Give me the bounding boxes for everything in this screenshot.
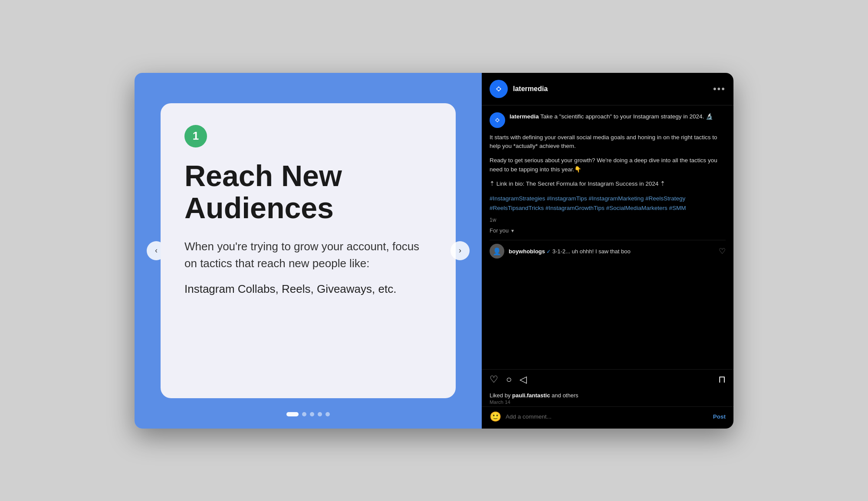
carousel-next-button[interactable]: ›: [450, 241, 470, 260]
header-avatar: [490, 80, 508, 98]
share-button[interactable]: ◁: [519, 374, 527, 385]
timestamp: 1w: [490, 217, 726, 223]
commenter-avatar: 👤: [490, 244, 504, 259]
like-button[interactable]: ♡: [490, 374, 498, 385]
comment-input-row: 🙂 Post: [482, 406, 733, 429]
emoji-picker-icon[interactable]: 🙂: [490, 411, 501, 422]
liked-username[interactable]: pauli.fantastic: [512, 392, 550, 399]
carousel-title: Reach New Audiences: [184, 160, 432, 225]
for-you-chevron-icon: ▾: [511, 228, 514, 234]
carousel-body: When you're trying to grow your account,…: [184, 238, 432, 272]
dot-3[interactable]: [310, 412, 314, 416]
for-you-label: For you: [490, 227, 509, 234]
chevron-left-icon: ‹: [155, 246, 158, 255]
comment-text: boywhoblogs ✓ 3-1-2... uh ohhh! I saw th…: [509, 248, 719, 255]
liked-suffix: and others: [550, 392, 578, 399]
caption-text: latermedia Take a "scientific approach" …: [510, 112, 713, 121]
liked-section: Liked by pauli.fantastic and others Marc…: [482, 390, 733, 406]
more-options-icon[interactable]: •••: [713, 83, 726, 95]
liked-prefix: Liked by: [490, 392, 512, 399]
app-container: ‹ 1 Reach New Audiences When you're tryi…: [135, 73, 733, 429]
comment-preview: 👤 boywhoblogs ✓ 3-1-2... uh ohhh! I saw …: [490, 240, 726, 262]
comment-input[interactable]: [506, 413, 713, 420]
later-logo-icon: [493, 83, 505, 95]
comment-body: 3-1-2... uh ohhh! I saw that boo: [552, 248, 631, 255]
caption-section: latermedia Take a "scientific approach" …: [482, 105, 733, 369]
dot-5[interactable]: [326, 412, 330, 416]
caption-username: latermedia: [510, 113, 539, 120]
dot-2[interactable]: [302, 412, 306, 416]
post-actions: ♡ ○ ◁: [490, 374, 718, 385]
svg-point-3: [496, 119, 499, 121]
header-username: latermedia: [513, 85, 713, 93]
carousel-panel: ‹ 1 Reach New Audiences When you're tryi…: [135, 73, 482, 429]
caption-paragraph-2: Ready to get serious about your growth? …: [490, 156, 726, 174]
verified-badge-icon: ✓: [546, 249, 552, 255]
carousel-dots: [286, 412, 330, 416]
comment-button[interactable]: ○: [506, 374, 512, 385]
post-panel: latermedia ••• latermedia Take a "scient…: [482, 73, 733, 429]
step-badge: 1: [184, 125, 207, 147]
commenter-username: boywhoblogs: [509, 248, 545, 255]
liked-date: March 14: [490, 399, 726, 405]
caption-header: latermedia Take a "scientific approach" …: [490, 112, 726, 128]
later-small-logo-icon: [492, 115, 503, 125]
carousel-highlight: Instagram Collabs, Reels, Giveaways, etc…: [184, 281, 432, 298]
liked-text: Liked by pauli.fantastic and others: [490, 392, 726, 399]
caption-paragraph-3: ⇡ Link in bio: The Secret Formula for In…: [490, 180, 726, 189]
for-you-button[interactable]: For you ▾: [490, 227, 726, 234]
caption-main-text: Take a "scientific approach" to your Ins…: [539, 113, 713, 120]
post-header: latermedia •••: [482, 73, 733, 105]
hashtags: #InstagramStrategies #InstagramTips #Ins…: [490, 194, 726, 213]
caption-paragraph-1: It starts with defining your overall soc…: [490, 133, 726, 151]
carousel-card: 1 Reach New Audiences When you're trying…: [161, 103, 456, 398]
comment-like-icon[interactable]: ♡: [719, 246, 726, 256]
bookmark-button[interactable]: ⊓: [718, 374, 726, 385]
caption-avatar: [490, 112, 505, 128]
svg-point-1: [497, 88, 500, 90]
post-comment-button[interactable]: Post: [713, 413, 726, 420]
dot-1[interactable]: [286, 412, 299, 416]
action-bar: ♡ ○ ◁ ⊓: [482, 369, 733, 390]
chevron-right-icon: ›: [459, 246, 461, 255]
dot-4[interactable]: [318, 412, 322, 416]
